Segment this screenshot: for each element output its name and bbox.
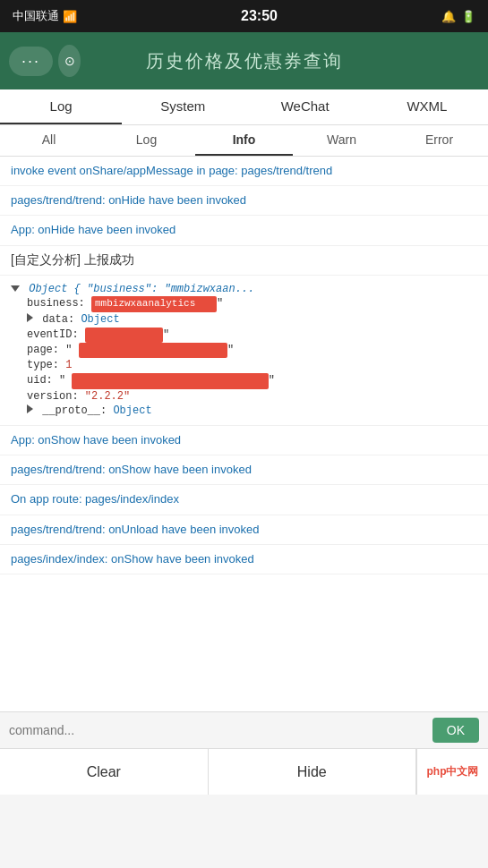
command-bar: OK xyxy=(0,711,488,748)
status-right: 🔔 🔋 xyxy=(441,10,475,23)
subtab-all[interactable]: All xyxy=(0,125,98,156)
tab-wechat[interactable]: WeChat xyxy=(244,89,366,124)
bottom-bar: Clear Hide php中文网 xyxy=(0,748,488,795)
app-header: ··· ⊙ 历史价格及优惠券查询 xyxy=(0,32,488,89)
subtab-log[interactable]: Log xyxy=(98,125,195,156)
log-entry: pages/trend/trend: onShow have been invo… xyxy=(0,455,488,485)
ok-button[interactable]: OK xyxy=(432,718,479,743)
status-bar: 中国联通 📶 23:50 🔔 🔋 xyxy=(0,0,488,32)
log-entry: pages/trend/trend: onHide have been invo… xyxy=(0,186,488,216)
log-entry: App: onShow have been invoked xyxy=(0,426,488,455)
tab-wxml[interactable]: WXML xyxy=(366,89,488,124)
carrier-label: 中国联通 xyxy=(13,8,59,24)
alarm-icon: 🔔 xyxy=(441,10,456,23)
dots-button[interactable]: ··· xyxy=(9,47,53,76)
subtab-error[interactable]: Error xyxy=(390,125,488,156)
status-left: 中国联通 📶 xyxy=(13,8,77,24)
record-button[interactable]: ⊙ xyxy=(58,45,81,77)
subtab-info[interactable]: Info xyxy=(195,125,293,156)
log-entry-object: Object { "business": "mmbizwxaan... busi… xyxy=(0,276,488,427)
log-entry: invoke event onShare/appMessage in page:… xyxy=(0,157,488,186)
record-icon: ⊙ xyxy=(64,54,75,68)
log-entry: App: onHide have been invoked xyxy=(0,216,488,245)
sub-tabs: All Log Info Warn Error xyxy=(0,125,488,157)
clear-button[interactable]: Clear xyxy=(0,749,209,795)
log-entry-custom: [自定义分析] 上报成功 xyxy=(0,246,488,276)
tab-system[interactable]: System xyxy=(122,89,244,124)
main-tabs: Log System WeChat WXML xyxy=(0,89,488,125)
log-area: invoke event onShare/appMessage in page:… xyxy=(0,157,488,711)
tab-log[interactable]: Log xyxy=(0,89,122,124)
log-entry: pages/trend/trend: onUnload have been in… xyxy=(0,515,488,545)
command-input[interactable] xyxy=(9,719,425,741)
app-title: 历史价格及优惠券查询 xyxy=(81,49,407,73)
wifi-icon: 📶 xyxy=(63,10,77,23)
battery-icon: 🔋 xyxy=(461,10,475,23)
time-display: 23:50 xyxy=(241,8,278,24)
log-entry: pages/index/index: onShow have been invo… xyxy=(0,545,488,574)
phpweb-logo: php中文网 xyxy=(416,749,488,795)
clear-label: Clear xyxy=(87,764,121,780)
hide-button[interactable]: Hide xyxy=(209,749,417,795)
log-entry: On app route: pages/index/index xyxy=(0,485,488,515)
hide-label: Hide xyxy=(297,764,327,780)
subtab-warn[interactable]: Warn xyxy=(293,125,390,156)
